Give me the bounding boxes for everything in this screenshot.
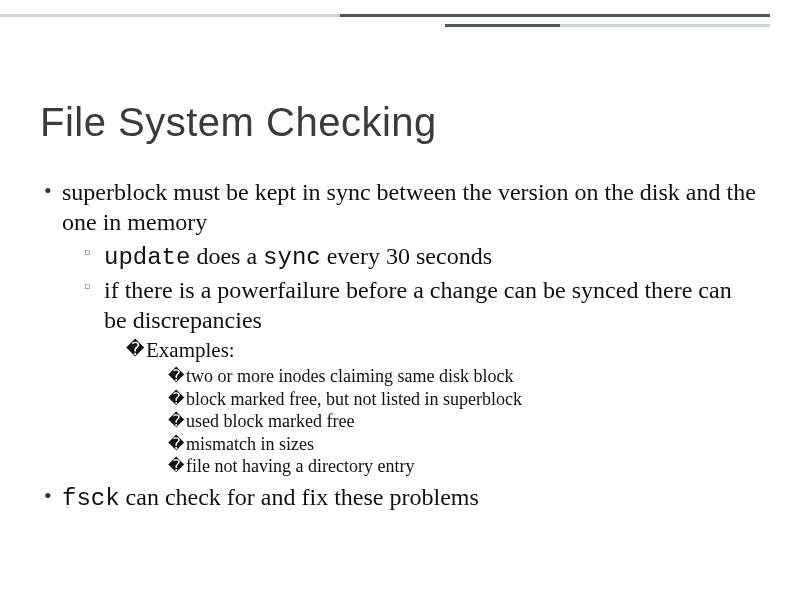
example-3: used block marked free (168, 410, 760, 433)
bullet-1-2-text: if there is a powerfailure before a chan… (104, 277, 732, 333)
slide-body: File System Checking superblock must be … (0, 0, 800, 514)
bullet-1-1-tail: every 30 seconds (321, 243, 492, 269)
examples-label-text: Examples: (146, 338, 235, 362)
bullet-1-1: update does a sync every 30 seconds (84, 241, 760, 273)
example-1: two or more inodes claiming same disk bl… (168, 365, 760, 388)
example-4: mismatch in sizes (168, 433, 760, 456)
bullet-2-tail: can check for and fix these problems (120, 484, 479, 510)
bullet-1-1-mid: does a (190, 243, 263, 269)
code-sync: sync (263, 244, 321, 271)
bullet-2: fsck can check for and fix these problem… (40, 482, 760, 514)
bullet-1-sublist: update does a sync every 30 seconds if t… (62, 241, 760, 478)
header-decoration (0, 0, 800, 40)
bullet-1-2: if there is a powerfailure before a chan… (84, 275, 760, 478)
examples-list: Examples: two or more inodes claiming sa… (104, 337, 760, 478)
examples-label: Examples: two or more inodes claiming sa… (126, 337, 760, 478)
bullet-1: superblock must be kept in sync between … (40, 177, 760, 478)
code-fsck: fsck (62, 485, 120, 512)
bullet-1-text: superblock must be kept in sync between … (62, 179, 756, 235)
examples-items: two or more inodes claiming same disk bl… (146, 365, 760, 478)
slide-title: File System Checking (40, 100, 760, 145)
bullet-list: superblock must be kept in sync between … (40, 177, 760, 514)
code-update: update (104, 244, 190, 271)
example-2: block marked free, but not listed in sup… (168, 388, 760, 411)
example-5: file not having a directory entry (168, 455, 760, 478)
